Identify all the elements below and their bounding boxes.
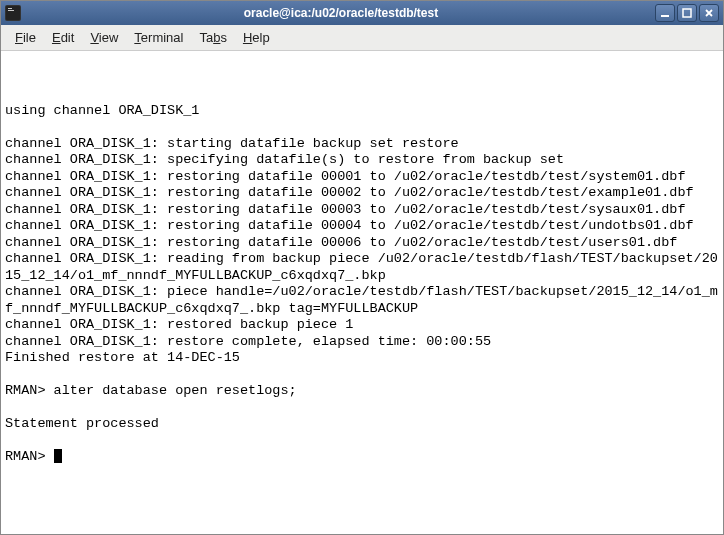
terminal-cursor [54, 449, 62, 463]
terminal-line: channel ORA_DISK_1: specifying datafile(… [5, 152, 719, 169]
svg-rect-1 [8, 8, 12, 9]
window-title: oracle@ica:/u02/oracle/testdb/test [27, 6, 655, 20]
app-icon [5, 5, 21, 21]
terminal-line: channel ORA_DISK_1: restoring datafile 0… [5, 185, 719, 202]
terminal-prompt-line[interactable]: RMAN> [5, 449, 719, 466]
minimize-button[interactable] [655, 4, 675, 22]
terminal-line: channel ORA_DISK_1: restore complete, el… [5, 334, 719, 351]
terminal-line: using channel ORA_DISK_1 [5, 103, 719, 120]
terminal-output[interactable]: using channel ORA_DISK_1 channel ORA_DIS… [1, 51, 723, 534]
terminal-line [5, 367, 719, 384]
maximize-button[interactable] [677, 4, 697, 22]
svg-rect-4 [683, 9, 691, 17]
svg-rect-3 [661, 15, 669, 17]
menu-terminal[interactable]: Terminal [128, 28, 189, 47]
titlebar[interactable]: oracle@ica:/u02/oracle/testdb/test [1, 1, 723, 25]
menu-edit[interactable]: Edit [46, 28, 80, 47]
terminal-line: channel ORA_DISK_1: restored backup piec… [5, 317, 719, 334]
terminal-line: channel ORA_DISK_1: restoring datafile 0… [5, 218, 719, 235]
terminal-line: channel ORA_DISK_1: restoring datafile 0… [5, 169, 719, 186]
window-controls [655, 4, 719, 22]
terminal-line: RMAN> alter database open resetlogs; [5, 383, 719, 400]
menu-view[interactable]: View [84, 28, 124, 47]
menubar: File Edit View Terminal Tabs Help [1, 25, 723, 51]
svg-rect-2 [8, 10, 14, 11]
terminal-line [5, 433, 719, 450]
terminal-line [5, 86, 719, 103]
menu-help[interactable]: Help [237, 28, 276, 47]
terminal-line: Statement processed [5, 416, 719, 433]
terminal-line: channel ORA_DISK_1: starting datafile ba… [5, 136, 719, 153]
terminal-line: channel ORA_DISK_1: restoring datafile 0… [5, 202, 719, 219]
terminal-line [5, 119, 719, 136]
menu-tabs[interactable]: Tabs [193, 28, 232, 47]
close-button[interactable] [699, 4, 719, 22]
terminal-prompt: RMAN> [5, 449, 54, 464]
terminal-line: channel ORA_DISK_1: reading from backup … [5, 251, 719, 284]
terminal-window: oracle@ica:/u02/oracle/testdb/test File … [0, 0, 724, 535]
terminal-line: channel ORA_DISK_1: restoring datafile 0… [5, 235, 719, 252]
menu-file[interactable]: File [9, 28, 42, 47]
terminal-line [5, 400, 719, 417]
terminal-line: Finished restore at 14-DEC-15 [5, 350, 719, 367]
terminal-line: channel ORA_DISK_1: piece handle=/u02/or… [5, 284, 719, 317]
